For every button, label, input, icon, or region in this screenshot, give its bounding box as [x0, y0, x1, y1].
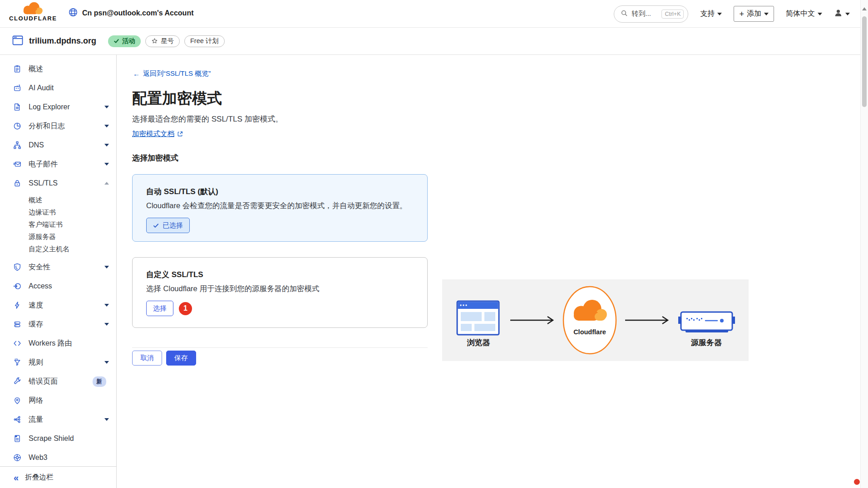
- access-icon: [13, 282, 22, 291]
- star-icon: [151, 38, 158, 44]
- sidebar-item-email[interactable]: 电子邮件: [0, 155, 116, 174]
- traffic-icon: [13, 415, 22, 424]
- plus-icon: +: [739, 10, 744, 18]
- sidebar-item-dns[interactable]: DNS: [0, 136, 116, 155]
- search-shortcut-badge: Ctrl+K: [661, 10, 684, 19]
- card-auto-title: 自动 SSL/TLS (默认): [146, 186, 414, 197]
- check-icon: [153, 223, 159, 229]
- chevron-down-icon: [104, 361, 109, 364]
- cloudflare-logo[interactable]: CLOUDFLARE: [9, 2, 56, 22]
- sidebar-item-traffic[interactable]: 流量: [0, 410, 116, 429]
- ai-icon: [13, 83, 22, 93]
- arrow-right-icon: [625, 317, 668, 324]
- sidebar-item-access[interactable]: Access: [0, 277, 116, 296]
- section-heading: 选择加密模式: [132, 153, 178, 163]
- user-icon: [834, 9, 843, 19]
- domain-name: trilium.dpdns.org: [29, 36, 96, 46]
- chevron-down-icon: [104, 266, 109, 268]
- sidebar-item-scrape-shield[interactable]: Scrape Shield: [0, 429, 116, 448]
- cloudflare-node-icon: [563, 287, 616, 354]
- sidebar-item-security[interactable]: 安全性: [0, 258, 116, 277]
- sidebar-item-rules[interactable]: 规则: [0, 353, 116, 372]
- save-button[interactable]: 保存: [166, 351, 196, 366]
- sidebar-subitem-client-certificates[interactable]: 客户端证书: [0, 218, 116, 230]
- back-link[interactable]: ← 返回到“SSL/TLS 概览”: [133, 69, 211, 78]
- encryption-docs-link[interactable]: 加密模式文档: [132, 129, 183, 139]
- sidebar-item-network[interactable]: 网络: [0, 391, 116, 410]
- chevron-down-icon: [845, 13, 850, 15]
- scrollbar-thumb[interactable]: [862, 16, 867, 107]
- sidebar-item-speed[interactable]: 速度: [0, 296, 116, 315]
- chevron-down-icon: [104, 418, 109, 421]
- sidebar-subitem-ssl-overview[interactable]: 概述: [0, 194, 116, 206]
- support-menu[interactable]: 支持: [700, 9, 722, 19]
- page-scrollbar[interactable]: [860, 0, 868, 488]
- sidebar-item-analytics[interactable]: 分析和日志: [0, 117, 116, 136]
- chevron-down-icon: [104, 304, 109, 307]
- selected-button[interactable]: 已选择: [146, 218, 190, 233]
- main-content: ← 返回到“SSL/TLS 概览” 配置加密模式 选择最适合您的需要的 SSL/…: [117, 55, 860, 488]
- sidebar-item-ai-audit[interactable]: AI Audit: [0, 78, 116, 98]
- cancel-button[interactable]: 取消: [132, 351, 162, 366]
- sidebar-item-log-explorer[interactable]: Log Explorer: [0, 98, 116, 117]
- sidebar-item-web3[interactable]: Web3: [0, 448, 116, 467]
- external-link-icon: [177, 131, 183, 137]
- email-icon: [13, 160, 22, 169]
- error-icon: [13, 377, 22, 386]
- choose-button[interactable]: 选择: [146, 301, 173, 316]
- logo-wordmark: CLOUDFLARE: [9, 15, 56, 22]
- sidebar-item-ssl-tls[interactable]: SSL/TLS: [0, 174, 116, 193]
- overview-icon: [13, 64, 22, 73]
- status-badge-active: 活动: [108, 35, 141, 47]
- sidebar-item-overview[interactable]: 概述: [0, 59, 116, 78]
- security-icon: [13, 263, 22, 272]
- top-header: CLOUDFLARE Cn psn@outlook.com's Account …: [0, 0, 868, 28]
- recording-dot: [854, 479, 860, 485]
- account-breadcrumb[interactable]: Cn psn@outlook.com's Account: [68, 7, 193, 19]
- card-custom-title: 自定义 SSL/TLS: [146, 269, 414, 280]
- star-toggle[interactable]: 星号: [145, 35, 180, 47]
- add-button[interactable]: + 添加: [734, 6, 774, 22]
- language-menu[interactable]: 简体中文: [786, 9, 822, 19]
- arrow-left-icon: ←: [133, 70, 140, 78]
- browser-label: 浏览器: [459, 337, 498, 348]
- globe-icon: [68, 7, 78, 19]
- sidebar-item-workers-routes[interactable]: Workers 路由: [0, 334, 116, 353]
- sidebar-subitem-origin-server[interactable]: 源服务器: [0, 230, 116, 243]
- page-title: 配置加密模式: [132, 88, 222, 109]
- cache-icon: [13, 320, 22, 329]
- dns-icon: [13, 141, 22, 150]
- diagram-graphic: [442, 279, 749, 361]
- analytics-icon: [13, 122, 22, 131]
- card-auto-ssl[interactable]: 自动 SSL/TLS (默认) Cloudflare 会检查您的流量是否需要更安…: [132, 174, 428, 242]
- arrow-right-icon: [510, 317, 553, 324]
- search-icon: [621, 10, 628, 19]
- chevron-down-icon: [104, 106, 109, 108]
- user-menu[interactable]: [834, 9, 850, 19]
- collapse-sidebar-button[interactable]: « 折叠边栏: [0, 466, 116, 488]
- cloudflare-label: Cloudflare: [567, 328, 612, 336]
- scroll-up-arrow-icon[interactable]: [862, 7, 867, 10]
- sidebar-subitem-edge-certificates[interactable]: 边缘证书: [0, 206, 116, 218]
- chevron-up-icon: [104, 182, 109, 185]
- card-custom-description: 选择 Cloudflare 用于连接到您的源服务器的加密模式: [146, 284, 414, 294]
- sidebar-item-cache[interactable]: 缓存: [0, 315, 116, 334]
- ssl-icon: [13, 179, 22, 188]
- chevron-down-icon: [764, 13, 769, 15]
- global-search-input[interactable]: 转到... Ctrl+K: [614, 5, 688, 23]
- card-auto-description: Cloudflare 会检查您的流量是否需要更安全的加密模式，并自动更新您的设置…: [146, 201, 414, 211]
- footer-divider: [132, 347, 428, 348]
- traffic-flow-diagram: 浏览器 Cloudflare 源服务器: [442, 279, 749, 361]
- collapse-chevrons-icon: «: [14, 473, 19, 482]
- sidebar-subitem-custom-hostnames[interactable]: 自定义主机名: [0, 243, 116, 255]
- plan-badge[interactable]: Free 计划: [184, 35, 225, 47]
- scrape-icon: [13, 434, 22, 443]
- chevron-down-icon: [717, 13, 722, 15]
- browser-icon: [457, 301, 499, 335]
- card-custom-ssl[interactable]: 自定义 SSL/TLS 选择 Cloudflare 用于连接到您的源服务器的加密…: [132, 257, 428, 328]
- chevron-down-icon: [104, 144, 109, 146]
- origin-server-icon: [678, 312, 735, 332]
- speed-icon: [13, 301, 22, 310]
- sidebar-item-error-pages[interactable]: 错误页面新: [0, 372, 116, 391]
- page-subtitle: 选择最适合您的需要的 SSL/TLS 加密模式。: [132, 114, 283, 124]
